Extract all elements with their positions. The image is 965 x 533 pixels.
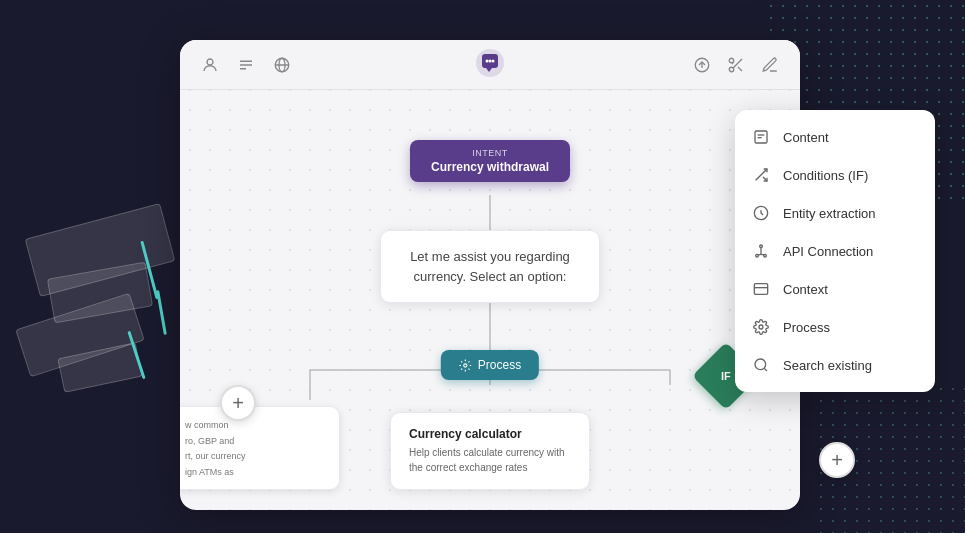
menu-process-label: Process <box>783 320 830 335</box>
entity-icon <box>751 203 771 223</box>
conditions-icon <box>751 165 771 185</box>
gear-icon <box>459 359 472 372</box>
svg-point-31 <box>760 245 763 248</box>
process-label: Process <box>478 358 521 372</box>
svg-line-35 <box>761 254 764 255</box>
menu-search-label: Search existing <box>783 358 872 373</box>
svg-point-0 <box>207 59 213 65</box>
canvas-toolbar <box>180 40 800 90</box>
upload-icon[interactable] <box>692 55 712 75</box>
toolbar-right <box>692 55 780 75</box>
menu-api-label: API Connection <box>783 244 873 259</box>
api-icon <box>751 241 771 261</box>
message-node[interactable]: Let me assist you regarding currency. Se… <box>380 230 600 303</box>
toolbar-center <box>474 47 506 83</box>
menu-conditions-label: Conditions (IF) <box>783 168 868 183</box>
svg-point-9 <box>489 59 492 62</box>
menu-entity-label: Entity extraction <box>783 206 876 221</box>
currency-card-title: Currency calculator <box>409 427 571 441</box>
svg-point-39 <box>755 359 766 370</box>
add-step-button[interactable]: + <box>819 442 855 478</box>
brand-icon <box>474 47 506 79</box>
svg-point-10 <box>492 59 495 62</box>
add-node-button[interactable]: + <box>220 385 256 421</box>
context-menu: Content Conditions (IF) Entity extractio… <box>735 110 935 392</box>
deco-line-2 <box>156 290 167 335</box>
menu-context-label: Context <box>783 282 828 297</box>
list-icon[interactable] <box>236 55 256 75</box>
canvas-content: Intent Currency withdrawal Let me assist… <box>180 90 800 510</box>
svg-line-34 <box>758 254 761 255</box>
menu-item-process[interactable]: Process <box>735 308 935 346</box>
svg-point-14 <box>729 67 734 72</box>
svg-point-13 <box>729 58 734 63</box>
message-text: Let me assist you regarding currency. Se… <box>410 249 570 284</box>
menu-item-context[interactable]: Context <box>735 270 935 308</box>
canvas: Intent Currency withdrawal Let me assist… <box>180 40 800 510</box>
search-icon <box>751 355 771 375</box>
intent-label: Intent <box>430 148 550 158</box>
content-icon <box>751 127 771 147</box>
intent-node[interactable]: Intent Currency withdrawal <box>410 140 570 182</box>
content-card-left[interactable]: w common ro, GBP and rt, our currency ig… <box>180 406 340 490</box>
currency-card[interactable]: Currency calculator Help clients calcula… <box>390 412 590 490</box>
svg-point-25 <box>464 363 467 366</box>
svg-line-16 <box>738 66 742 70</box>
menu-item-content[interactable]: Content <box>735 118 935 156</box>
menu-item-entity[interactable]: Entity extraction <box>735 194 935 232</box>
content-card-text: w common ro, GBP and rt, our currency ig… <box>185 420 246 477</box>
svg-rect-36 <box>754 284 767 295</box>
process-node[interactable]: Process <box>441 350 539 380</box>
svg-point-8 <box>486 59 489 62</box>
toolbar-left <box>200 55 292 75</box>
context-icon <box>751 279 771 299</box>
menu-item-search[interactable]: Search existing <box>735 346 935 384</box>
svg-point-38 <box>759 325 763 329</box>
user-icon[interactable] <box>200 55 220 75</box>
svg-line-17 <box>732 62 733 64</box>
scissors-icon[interactable] <box>726 55 746 75</box>
edit-icon[interactable] <box>760 55 780 75</box>
currency-card-description: Help clients calculate currency with the… <box>409 445 571 475</box>
svg-line-40 <box>764 368 767 371</box>
if-label: IF <box>721 370 731 382</box>
menu-item-api[interactable]: API Connection <box>735 232 935 270</box>
svg-line-15 <box>733 59 742 68</box>
menu-content-label: Content <box>783 130 829 145</box>
intent-title: Currency withdrawal <box>430 160 550 174</box>
menu-item-conditions[interactable]: Conditions (IF) <box>735 156 935 194</box>
process-icon <box>751 317 771 337</box>
globe-icon[interactable] <box>272 55 292 75</box>
